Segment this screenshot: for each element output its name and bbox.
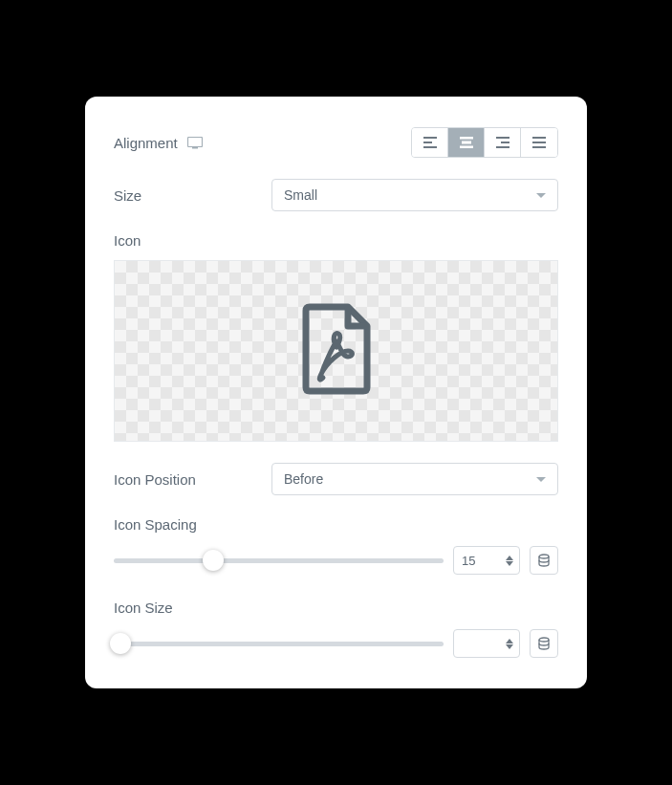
align-justify-icon	[532, 137, 546, 148]
svg-rect-11	[532, 137, 546, 139]
number-stepper[interactable]	[506, 639, 513, 649]
style-panel: Alignment Size Small	[85, 97, 587, 688]
chevron-down-icon	[536, 193, 546, 198]
svg-rect-13	[532, 146, 546, 148]
align-right-icon	[496, 137, 509, 148]
align-justify-button[interactable]	[521, 128, 557, 157]
icon-spacing-section: Icon Spacing 15	[114, 516, 558, 575]
icon-spacing-slider[interactable]	[114, 551, 444, 570]
svg-rect-10	[496, 146, 509, 148]
size-label: Size	[114, 187, 141, 204]
svg-rect-3	[423, 142, 432, 143]
icon-size-slider[interactable]	[114, 634, 444, 653]
pdf-file-icon	[298, 303, 375, 399]
icon-preview[interactable]	[114, 260, 558, 442]
slider-thumb[interactable]	[203, 550, 224, 571]
icon-section: Icon	[114, 232, 558, 442]
svg-rect-0	[187, 137, 202, 146]
svg-rect-1	[192, 147, 198, 149]
align-left-button[interactable]	[412, 128, 448, 157]
slider-track	[114, 558, 444, 563]
svg-rect-9	[501, 142, 509, 143]
icon-position-value: Before	[284, 471, 323, 487]
icon-label: Icon	[114, 232, 558, 249]
stepper-up-icon	[506, 639, 513, 643]
icon-spacing-reset-button[interactable]	[530, 546, 558, 575]
svg-point-15	[539, 638, 549, 642]
size-select[interactable]: Small	[271, 179, 558, 211]
responsive-desktop-icon[interactable]	[187, 137, 203, 149]
icon-position-select[interactable]: Before	[271, 463, 558, 495]
stepper-up-icon	[506, 556, 513, 560]
database-icon	[537, 637, 551, 650]
slider-track	[114, 642, 444, 646]
svg-rect-7	[460, 146, 473, 148]
alignment-label-text: Alignment	[114, 135, 178, 151]
icon-position-label: Icon Position	[114, 471, 196, 488]
svg-rect-8	[496, 137, 509, 139]
icon-spacing-label: Icon Spacing	[114, 516, 558, 533]
align-center-icon	[460, 137, 473, 148]
alignment-button-group	[411, 127, 558, 158]
slider-thumb[interactable]	[110, 633, 131, 654]
number-stepper[interactable]	[506, 556, 513, 566]
icon-size-section: Icon Size	[114, 600, 558, 658]
svg-rect-5	[460, 137, 473, 139]
align-center-button[interactable]	[448, 128, 485, 157]
icon-spacing-value: 15	[462, 554, 506, 568]
svg-rect-4	[423, 146, 437, 148]
icon-size-label: Icon Size	[114, 600, 558, 616]
align-left-icon	[423, 137, 437, 148]
stepper-down-icon	[506, 644, 513, 649]
svg-rect-6	[462, 142, 470, 143]
size-select-value: Small	[284, 187, 317, 203]
svg-rect-2	[423, 137, 437, 139]
icon-size-reset-button[interactable]	[530, 629, 558, 658]
database-icon	[537, 554, 551, 567]
icon-size-input[interactable]	[453, 629, 520, 658]
stepper-down-icon	[506, 561, 513, 566]
icon-position-row: Icon Position Before	[114, 463, 558, 495]
alignment-row: Alignment	[114, 127, 558, 158]
svg-rect-12	[532, 142, 546, 143]
alignment-label: Alignment	[114, 135, 203, 151]
align-right-button[interactable]	[485, 128, 521, 157]
icon-spacing-input[interactable]: 15	[453, 546, 520, 575]
size-row: Size Small	[114, 179, 558, 211]
chevron-down-icon	[536, 477, 546, 482]
svg-point-14	[539, 555, 549, 558]
